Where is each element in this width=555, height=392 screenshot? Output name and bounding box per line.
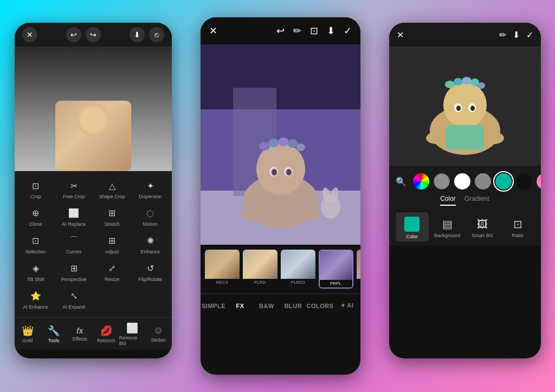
download-button-1[interactable]: ⬇: [130, 27, 145, 42]
flip-rotate-icon: ↺: [143, 262, 157, 276]
svg-rect-21: [201, 44, 360, 245]
canvas-area-2: [201, 44, 360, 245]
brush-button-2[interactable]: ✏: [293, 25, 301, 37]
ai-expand-icon: ⤡: [67, 289, 81, 303]
tab-simple[interactable]: SIMPLE: [201, 294, 227, 317]
color-gradient-tabs: Color Gradient: [396, 195, 534, 206]
filter-rec3[interactable]: REC3: [205, 250, 240, 289]
colors-row-3: 🔍: [396, 173, 534, 190]
tool-ai-expand[interactable]: ⤡ AI Expand: [55, 286, 93, 313]
tool-ai-replace[interactable]: ⬜ AI Replace: [55, 203, 93, 231]
close-button-1[interactable]: ✕: [22, 27, 37, 42]
stretch-icon: ⊞: [105, 206, 119, 220]
tool-shape-crop[interactable]: △ Shape Crop: [93, 175, 132, 203]
phone-frame-2: ✕ ↩ ✏ ⊡ ⬇ ✓: [201, 17, 360, 375]
bottom-bar-1: 👑 Gold 🔧 Tools fx Effects 💋 Retouch ⬜ Re…: [15, 317, 172, 350]
tool-tab-smart-bg[interactable]: 🖼 Smart BG: [466, 212, 499, 241]
swatch-white[interactable]: [454, 173, 470, 190]
share-button-1[interactable]: ⎋: [149, 27, 164, 42]
tool-tab-background[interactable]: ▤ Background: [431, 212, 464, 241]
top-right-3: ✏ ⬇ ✓: [499, 30, 533, 40]
bottom-tool-remove-bg[interactable]: ⬜ Remove BG: [119, 318, 145, 350]
tools-icon: 🔧: [48, 325, 60, 337]
baby-photo-1: [15, 47, 172, 171]
swatch-gray[interactable]: [475, 173, 491, 190]
tool-enhance[interactable]: ✺ Enhance: [131, 231, 170, 258]
tool-dispersion[interactable]: ✦ Dispersion: [131, 175, 170, 203]
perspective-icon: ⊞: [67, 262, 81, 276]
swatch-pink[interactable]: [537, 173, 541, 190]
svg-point-28: [454, 78, 462, 86]
tool-resize[interactable]: ⤢ Resize: [93, 258, 132, 286]
tab-fx[interactable]: FX: [227, 294, 253, 317]
filter-prpl[interactable]: PRPL: [319, 250, 353, 289]
undo-button[interactable]: ↩: [66, 27, 81, 42]
svg-point-26: [443, 82, 487, 128]
close-button-2[interactable]: ✕: [209, 25, 217, 37]
download-button-2[interactable]: ⬇: [327, 25, 335, 37]
tool-tilt-shift[interactable]: ◈ Tilt Shift: [17, 258, 55, 286]
tool-free-crop[interactable]: ✂ Free Crop: [55, 175, 93, 203]
crop-icon: ⊡: [29, 179, 43, 193]
swatch-black[interactable]: [516, 173, 532, 190]
ai-enhance-icon: ⭐: [29, 289, 43, 303]
tool-selection[interactable]: ⊡ Selection: [17, 231, 55, 258]
undo-button-2[interactable]: ↩: [276, 25, 285, 37]
filter-plrd[interactable]: PLRD: [243, 250, 278, 289]
check-button-2[interactable]: ✓: [344, 25, 352, 37]
tab-bw[interactable]: B&W: [253, 294, 280, 317]
check-button-3[interactable]: ✓: [526, 30, 533, 40]
swatch-rainbow[interactable]: [413, 173, 429, 190]
tab-ai[interactable]: ✦ AI: [334, 294, 360, 317]
redo-button[interactable]: ↪: [86, 27, 101, 42]
bottom-tool-sticker[interactable]: ☺ Sticker: [145, 318, 171, 350]
tool-flip-rotate[interactable]: ↺ Flip/Rotate: [131, 258, 170, 286]
canvas-svg-3: [389, 47, 541, 166]
top-bar-3: ✕ ✏ ⬇ ✓: [389, 23, 541, 47]
tool-perspective[interactable]: ⊞ Perspective: [55, 258, 93, 286]
smart-bg-tab-icon: 🖼: [477, 218, 488, 231]
remove-bg-icon: ⬜: [126, 322, 138, 334]
svg-point-27: [445, 81, 455, 88]
undo-redo-group: ↩ ↪: [66, 27, 101, 42]
crop-button-2[interactable]: ⊡: [310, 25, 318, 37]
tool-crop[interactable]: ⊡ Crop: [17, 175, 55, 203]
tab-colors[interactable]: COLORS: [306, 294, 333, 317]
background-tab-icon: ▤: [442, 218, 453, 231]
download-button-3[interactable]: ⬇: [513, 30, 520, 40]
tool-ai-enhance[interactable]: ⭐ AI Enhance: [17, 286, 55, 313]
swatch-teal[interactable]: [495, 173, 512, 190]
ai-replace-icon: ⬜: [67, 206, 81, 220]
tool-stretch[interactable]: ⊞ Stretch: [93, 203, 132, 231]
ratio-tab-icon: ⊡: [513, 218, 522, 231]
canvas-area-1: [15, 47, 172, 171]
phone-frame-1: ✕ ↩ ↪ ⬇ ⎋ ⊡ Crop ✂ Free Crop △ Shape Cro…: [15, 23, 172, 358]
brush-button-3[interactable]: ✏: [499, 30, 506, 40]
tool-tab-ratio[interactable]: ⊡ Ratio: [501, 212, 534, 241]
tilt-shift-icon: ◈: [29, 262, 43, 276]
filter-plrd3[interactable]: PLRD3: [281, 250, 315, 289]
bottom-tool-effects[interactable]: fx Effects: [67, 318, 93, 350]
close-button-3[interactable]: ✕: [397, 30, 404, 40]
tab-gradient-type[interactable]: Gradient: [464, 195, 489, 206]
bottom-tool-retouch[interactable]: 💋 Retouch: [93, 318, 119, 350]
swatch-white-translucent[interactable]: [434, 173, 450, 190]
tool-curves[interactable]: ⌒ Curves: [55, 231, 93, 258]
dispersion-icon: ✦: [143, 179, 157, 193]
gold-icon: 👑: [22, 325, 34, 337]
tool-motion[interactable]: ◌ Motion: [131, 203, 170, 231]
eyedropper-button[interactable]: 🔍: [396, 175, 406, 187]
tool-adjust[interactable]: ⊞ Adjust: [93, 231, 132, 258]
bottom-tool-gold[interactable]: 👑 Gold: [15, 318, 41, 350]
tool-tab-color[interactable]: Color: [396, 212, 429, 241]
bottom-tool-tools[interactable]: 🔧 Tools: [41, 318, 67, 350]
adjust-icon: ⊞: [105, 234, 119, 248]
bottom-tabs-2: SIMPLE FX B&W BLUR COLORS ✦ AI: [201, 293, 360, 317]
sticker-icon: ☺: [153, 325, 163, 336]
shape-crop-icon: △: [105, 179, 119, 193]
tool-clone[interactable]: ⊕ Clone: [17, 203, 55, 231]
tab-color-type[interactable]: Color: [440, 195, 456, 206]
filter-vnyl[interactable]: VNYL: [357, 250, 360, 289]
svg-rect-36: [446, 125, 484, 149]
tab-blur[interactable]: BLUR: [280, 294, 306, 317]
